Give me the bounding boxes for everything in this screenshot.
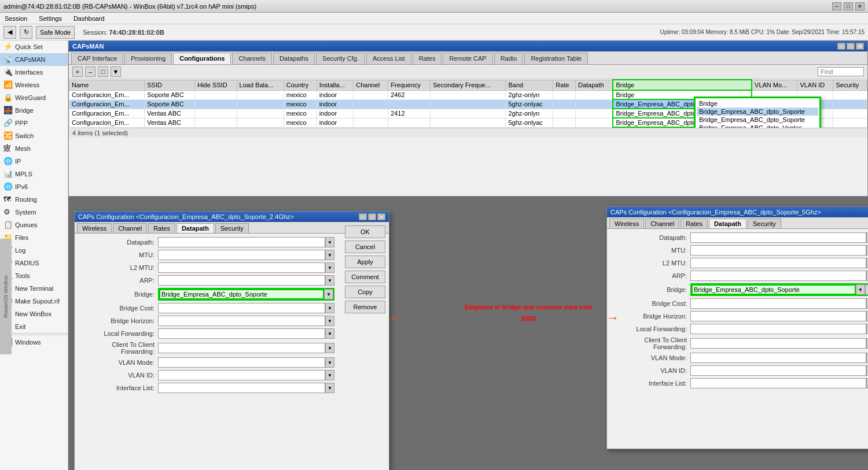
sidebar-item-routing[interactable]: 🗺 Routing bbox=[0, 193, 68, 206]
tab-security-cfg[interactable]: Security Cfg. bbox=[316, 53, 365, 64]
l2mtu-dropdown-btn[interactable]: ▼ bbox=[325, 262, 334, 273]
dialog-2ghz-apply-btn[interactable]: Apply bbox=[345, 256, 385, 268]
5ghz-bridge-cost-input[interactable] bbox=[690, 298, 866, 309]
copy-table-btn[interactable]: □ bbox=[98, 66, 108, 77]
dialog-2ghz-tab-rates[interactable]: Rates bbox=[148, 223, 175, 233]
menu-dashboard[interactable]: Dashboard bbox=[71, 14, 107, 23]
sidebar-item-mesh[interactable]: 🕸 Mesh bbox=[0, 142, 68, 155]
sidebar-item-wireless[interactable]: 📶 Wireless bbox=[0, 79, 68, 91]
5ghz-local-forwarding-input[interactable] bbox=[690, 324, 866, 334]
bridge-option-bridge[interactable]: Bridge bbox=[697, 99, 818, 108]
vlan-mode-dropdown-btn[interactable]: ▼ bbox=[325, 357, 334, 368]
dialog-5ghz-tab-channel[interactable]: Channel bbox=[645, 219, 679, 228]
vlan-mode-input[interactable] bbox=[158, 357, 325, 368]
dialog-5ghz-tab-wireless[interactable]: Wireless bbox=[609, 219, 644, 228]
tab-registration[interactable]: Registration Table bbox=[524, 53, 588, 64]
l2mtu-input[interactable] bbox=[158, 262, 325, 273]
5ghz-interface-list-input[interactable] bbox=[690, 378, 866, 388]
close-btn[interactable]: ✕ bbox=[855, 2, 865, 10]
sidebar-item-ipv6[interactable]: 🌐 IPv6 bbox=[0, 180, 68, 193]
sidebar-item-ppp[interactable]: 🔗 PPP bbox=[0, 117, 68, 129]
remove-btn[interactable]: – bbox=[85, 66, 95, 77]
menu-session[interactable]: Session bbox=[2, 14, 30, 23]
mtu-input[interactable] bbox=[158, 250, 325, 260]
dialog-2ghz-remove-btn[interactable]: Remove bbox=[345, 301, 385, 313]
dialog-2ghz-close[interactable]: ✕ bbox=[377, 213, 385, 220]
bridge-option-ventas[interactable]: Bridge_Empresa_ABC_dpto_Ventas bbox=[697, 124, 818, 128]
find-input[interactable] bbox=[818, 67, 864, 76]
tab-datapaths[interactable]: Datapaths bbox=[273, 53, 315, 64]
dialog-2ghz-tab-channel[interactable]: Channel bbox=[113, 223, 147, 233]
client-forwarding-dropdown-btn[interactable]: ▼ bbox=[325, 343, 334, 353]
sidebar-item-queues[interactable]: 📋 Queues bbox=[0, 219, 68, 231]
capsman-close-btn[interactable]: ✕ bbox=[856, 43, 864, 50]
bridge-option-soporte-2[interactable]: Bridge_Empresa_ABC_dpto_Soporte bbox=[697, 116, 818, 124]
local-forwarding-input[interactable] bbox=[158, 328, 325, 339]
sidebar-item-mpls[interactable]: 📊 MPLS bbox=[0, 168, 68, 180]
vlan-id-dropdown-btn[interactable]: ▼ bbox=[325, 370, 334, 380]
capsman-max-btn[interactable]: □ bbox=[847, 43, 855, 50]
sidebar-item-ip[interactable]: 🌐 IP bbox=[0, 155, 68, 168]
minimize-btn[interactable]: ─ bbox=[832, 2, 841, 10]
5ghz-arp-input[interactable] bbox=[690, 271, 866, 281]
bridge-horizon-input[interactable] bbox=[158, 316, 325, 326]
5ghz-l2mtu-input[interactable] bbox=[690, 258, 866, 268]
tab-cap-interface[interactable]: CAP Interface bbox=[71, 53, 123, 64]
sidebar-item-quickset[interactable]: ⚡ Quick Set bbox=[0, 40, 68, 53]
dialog-2ghz-copy-btn[interactable]: Copy bbox=[345, 286, 385, 298]
5ghz-vlan-mode-input[interactable] bbox=[690, 353, 866, 363]
arp-dropdown-btn[interactable]: ▼ bbox=[325, 275, 334, 286]
dialog-2ghz-max[interactable]: □ bbox=[368, 213, 376, 220]
interface-list-input[interactable] bbox=[158, 383, 325, 393]
5ghz-datapath-input[interactable] bbox=[690, 232, 866, 243]
5ghz-bridge-horizon-input[interactable] bbox=[690, 311, 866, 321]
sidebar-item-bridge[interactable]: 🌉 Bridge bbox=[0, 104, 68, 117]
tab-rates[interactable]: Rates bbox=[413, 53, 442, 64]
bridge-dropdown-btn-2ghz[interactable]: ▼ bbox=[324, 289, 333, 299]
dialog-5ghz-tab-security[interactable]: Security bbox=[748, 219, 781, 228]
sidebar-item-interfaces[interactable]: 🔌 Interfaces bbox=[0, 66, 68, 79]
dialog-2ghz-tab-datapath[interactable]: Datapath bbox=[176, 223, 214, 233]
back-btn[interactable]: ◀ bbox=[3, 26, 16, 39]
tab-radio[interactable]: Radio bbox=[494, 53, 524, 64]
dialog-2ghz-ok-btn[interactable]: OK bbox=[345, 225, 385, 238]
tab-channels[interactable]: Channels bbox=[232, 53, 271, 64]
dialog-2ghz-comment-btn[interactable]: Comment bbox=[345, 271, 385, 283]
capsman-min-btn[interactable]: ─ bbox=[837, 43, 845, 50]
arp-input[interactable] bbox=[158, 275, 325, 286]
vlan-id-input[interactable] bbox=[158, 370, 325, 380]
dialog-2ghz-min[interactable]: ─ bbox=[359, 213, 367, 220]
datapath-dropdown-btn[interactable]: ▼ bbox=[325, 237, 334, 247]
bridge-dropdown-btn-5ghz[interactable]: ▼ bbox=[856, 284, 865, 295]
bridge-input-5ghz[interactable] bbox=[692, 284, 856, 295]
safe-mode-btn[interactable]: Safe Mode bbox=[36, 26, 75, 39]
bridge-option-soporte-1[interactable]: Bridge_Empresa_ABC_dpto_Soporte bbox=[697, 108, 818, 116]
5ghz-client-forwarding-input[interactable] bbox=[690, 338, 866, 349]
sidebar-item-system[interactable]: ⚙ System bbox=[0, 206, 68, 219]
bridge-up-btn-5ghz[interactable]: ▲ bbox=[865, 284, 868, 295]
dialog-2ghz-cancel-btn[interactable]: Cancel bbox=[345, 240, 385, 253]
refresh-btn[interactable]: ↻ bbox=[20, 26, 32, 39]
bridge-input-2ghz[interactable] bbox=[159, 289, 324, 299]
window-controls[interactable]: ─ □ ✕ bbox=[832, 2, 865, 10]
menu-settings[interactable]: Settings bbox=[36, 14, 64, 23]
5ghz-mtu-input[interactable] bbox=[690, 245, 866, 256]
capsman-window-controls[interactable]: ─ □ ✕ bbox=[837, 43, 864, 50]
dialog-5ghz-tab-datapath[interactable]: Datapath bbox=[709, 219, 746, 228]
bridge-horizon-dropdown-btn[interactable]: ▼ bbox=[325, 316, 334, 326]
bridge-cost-dropdown-btn[interactable]: ▼ bbox=[325, 303, 334, 313]
dialog-2ghz-tab-wireless[interactable]: Wireless bbox=[77, 223, 112, 233]
tab-remote-cap[interactable]: Remote CAP bbox=[443, 53, 492, 64]
maximize-btn[interactable]: □ bbox=[844, 2, 853, 10]
dialog-2ghz-controls[interactable]: ─ □ ✕ bbox=[359, 213, 385, 220]
interface-list-dropdown-btn[interactable]: ▼ bbox=[325, 383, 334, 393]
5ghz-vlan-id-input[interactable] bbox=[690, 365, 866, 376]
sidebar-item-switch[interactable]: 🔀 Switch bbox=[0, 129, 68, 142]
add-btn[interactable]: + bbox=[72, 66, 83, 77]
datapath-input[interactable] bbox=[158, 237, 325, 247]
sidebar-item-wireguard[interactable]: 🔒 WireGuard bbox=[0, 91, 68, 104]
sidebar-item-capsman[interactable]: 📡 CAPsMAN bbox=[0, 53, 68, 66]
dialog-5ghz-tab-rates[interactable]: Rates bbox=[681, 219, 708, 228]
dialog-2ghz-tab-security[interactable]: Security bbox=[215, 223, 249, 233]
client-forwarding-input[interactable] bbox=[158, 343, 325, 353]
